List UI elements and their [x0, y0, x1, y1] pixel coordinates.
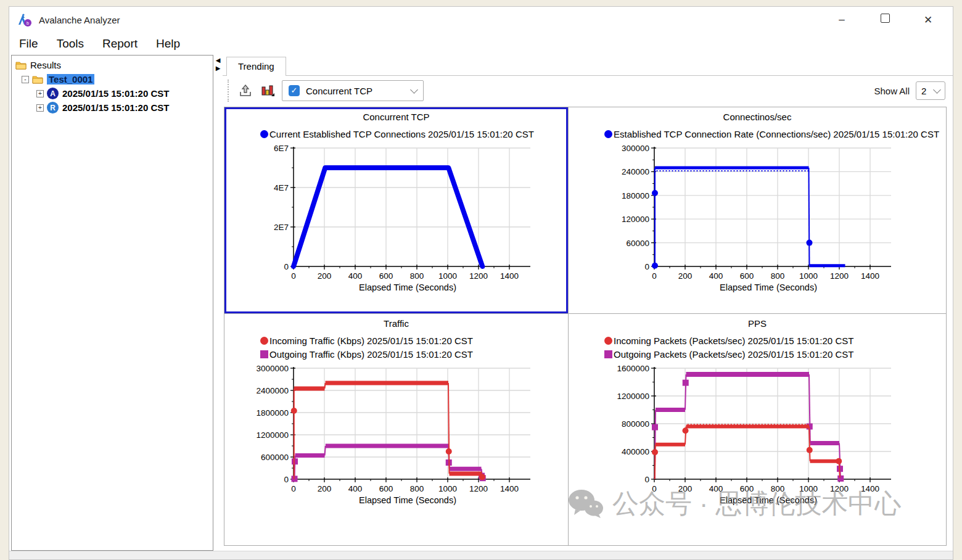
chart-panel-connections-sec[interactable]: Connectinos/secEstablished TCP Connectio…	[569, 107, 946, 313]
tree-item-test-0001[interactable]: - Test_0001	[15, 72, 213, 86]
chart-toolbar: ✓ Concurrent TCP Show All 2	[223, 76, 953, 105]
title-bar: b Avalanche Analyzer – ✕	[9, 7, 953, 33]
svg-text:1600000: 1600000	[617, 364, 649, 373]
show-all-label: Show All	[874, 86, 910, 96]
svg-text:2400000: 2400000	[256, 386, 289, 395]
folder-icon	[32, 75, 43, 84]
chart-plot: 0200400600800100012001400060000120000180…	[569, 141, 941, 295]
svg-text:b: b	[27, 21, 29, 25]
show-all-select[interactable]: 2	[916, 81, 945, 100]
svg-text:180000: 180000	[622, 191, 649, 200]
svg-text:600: 600	[379, 484, 393, 493]
maximize-button[interactable]	[879, 14, 891, 26]
statistic-combobox[interactable]: ✓ Concurrent TCP	[282, 80, 424, 101]
svg-text:0: 0	[284, 475, 289, 484]
svg-text:1400: 1400	[861, 484, 879, 493]
chart-legend: Current Established TCP Connections 2025…	[224, 125, 568, 141]
legend-marker-circle-icon	[604, 130, 612, 138]
legend-item: Incoming Packets (Packets/sec) 2025/01/1…	[604, 334, 946, 347]
collapse-expander-icon[interactable]: -	[22, 76, 29, 83]
tree-label-results: Results	[30, 60, 61, 70]
folder-icon	[15, 61, 27, 70]
charts-grid: Concurrent TCPCurrent Established TCP Co…	[224, 107, 947, 546]
desktop: b Avalanche Analyzer – ✕ File Tools Repo…	[0, 0, 962, 560]
chart-plot: 0200400600800100012001400060000012000001…	[224, 361, 563, 508]
window-title: Avalanche Analyzer	[39, 15, 120, 25]
svg-text:0: 0	[644, 475, 649, 484]
svg-text:200: 200	[318, 484, 332, 493]
svg-text:400000: 400000	[622, 447, 649, 456]
legend-label: Outgoing Traffic (Kbps) 2025/01/15 15:01…	[269, 349, 473, 360]
svg-text:1000: 1000	[799, 484, 818, 493]
menu-bar: File Tools Report Help	[9, 33, 953, 55]
legend-label: Established TCP Connection Rate (Connect…	[614, 129, 939, 139]
legend-marker-circle-icon	[260, 130, 268, 138]
collapse-right-arrow-icon[interactable]: ▶	[216, 65, 221, 72]
svg-text:800000: 800000	[622, 419, 649, 429]
svg-text:800: 800	[410, 484, 424, 493]
menu-file[interactable]: File	[19, 37, 38, 51]
export-results-icon[interactable]	[237, 83, 253, 99]
svg-text:4E7: 4E7	[274, 183, 289, 192]
chart-title: Concurrent TCP	[224, 107, 568, 125]
svg-text:1400: 1400	[500, 271, 519, 281]
svg-text:1200: 1200	[469, 271, 488, 281]
svg-text:Elapsed Time (Seconds): Elapsed Time (Seconds)	[720, 495, 817, 505]
svg-text:Elapsed Time (Seconds): Elapsed Time (Seconds)	[720, 282, 817, 292]
chart-panel-traffic[interactable]: TrafficIncoming Traffic (Kbps) 2025/01/1…	[224, 314, 568, 545]
svg-text:1000: 1000	[799, 271, 818, 281]
chart-legend: Incoming Traffic (Kbps) 2025/01/15 15:01…	[224, 332, 568, 361]
svg-text:1400: 1400	[500, 484, 519, 493]
svg-text:Elapsed Time (Seconds): Elapsed Time (Seconds)	[359, 495, 456, 505]
svg-text:200: 200	[318, 271, 332, 281]
minimize-button[interactable]: –	[836, 14, 848, 26]
svg-text:600: 600	[379, 271, 393, 281]
checked-checkbox-icon[interactable]: ✓	[289, 85, 300, 96]
chart-plot: 020040060080010001200140002E74E76E7Elaps…	[224, 141, 563, 295]
legend-label: Outgoing Packets (Packets/sec) 2025/01/1…	[614, 349, 853, 360]
chart-title: Traffic	[224, 314, 568, 332]
status-bar	[9, 551, 953, 559]
legend-marker-circle-icon	[260, 337, 268, 345]
svg-text:3000000: 3000000	[256, 364, 289, 373]
menu-help[interactable]: Help	[156, 37, 180, 51]
collapse-left-arrow-icon[interactable]: ◀	[216, 57, 221, 64]
close-button[interactable]: ✕	[922, 14, 934, 27]
chart-plot: 0200400600800100012001400040000080000012…	[569, 361, 941, 508]
chart-legend: Established TCP Connection Rate (Connect…	[569, 125, 946, 141]
svg-text:1200: 1200	[830, 271, 849, 281]
svg-text:300000: 300000	[622, 144, 649, 153]
svg-text:Elapsed Time (Seconds): Elapsed Time (Seconds)	[359, 282, 456, 292]
tab-trending[interactable]: Trending	[226, 57, 286, 76]
chart-panel-pps[interactable]: PPSIncoming Packets (Packets/sec) 2025/0…	[569, 314, 946, 545]
svg-text:6E7: 6E7	[274, 144, 289, 153]
svg-text:120000: 120000	[622, 215, 649, 224]
svg-text:1000: 1000	[438, 271, 457, 281]
show-all-value: 2	[921, 86, 926, 96]
svg-text:0: 0	[291, 484, 296, 493]
chart-type-icon[interactable]	[260, 83, 276, 99]
expand-expander-icon[interactable]: +	[36, 90, 44, 97]
svg-text:400: 400	[348, 484, 363, 493]
svg-text:1200: 1200	[830, 484, 849, 493]
tree-item-run-r[interactable]: + R 2025/01/15 15:01:20 CST	[15, 101, 213, 115]
toolbar-drag-handle[interactable]	[228, 80, 229, 102]
svg-text:60000: 60000	[626, 239, 649, 248]
chart-title: PPS	[569, 314, 946, 332]
menu-tools[interactable]: Tools	[57, 37, 84, 51]
chart-title: Connectinos/sec	[569, 107, 946, 125]
run-r-badge-icon: R	[47, 102, 59, 113]
tree-item-run-a[interactable]: + A 2025/01/15 15:01:20 CST	[15, 86, 213, 101]
chevron-down-icon	[410, 86, 418, 94]
trending-area: Trending	[223, 55, 953, 551]
svg-text:0: 0	[652, 271, 657, 281]
menu-report[interactable]: Report	[102, 37, 138, 51]
svg-text:240000: 240000	[622, 167, 649, 176]
chart-panel-concurrent-tcp[interactable]: Concurrent TCPCurrent Established TCP Co…	[224, 107, 568, 313]
expand-expander-icon[interactable]: +	[36, 104, 44, 112]
svg-text:1800000: 1800000	[256, 408, 289, 418]
svg-text:800: 800	[771, 484, 785, 493]
tree-item-results[interactable]: Results	[15, 58, 213, 72]
svg-text:600: 600	[740, 484, 754, 493]
panel-splitter[interactable]: ◀ ▶	[213, 55, 223, 551]
